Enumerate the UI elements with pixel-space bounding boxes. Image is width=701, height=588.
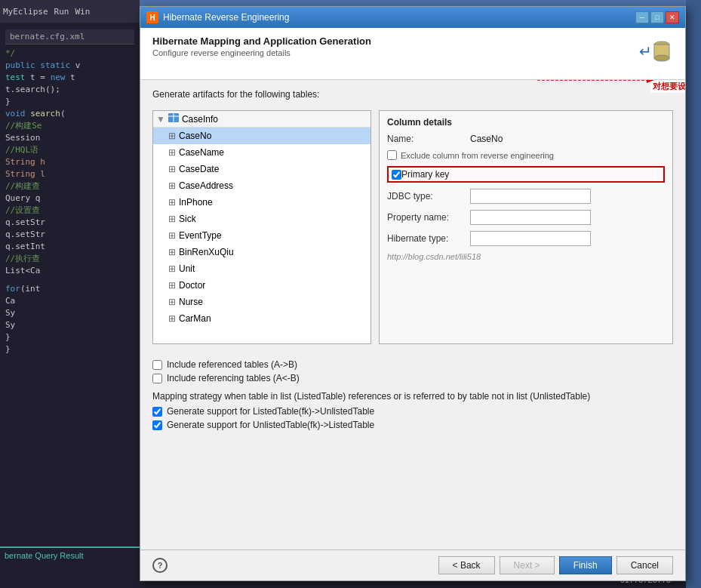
mapping-description: Mapping strategy when table in list (Lis… [152,391,673,402]
list-item[interactable]: ⊞ Doctor [153,277,370,294]
column-details-title: Column details [387,117,665,128]
mapping-option2-label: Generate support for UnlistedTable(fk)->… [167,420,374,430]
include-referenced-checkbox[interactable] [152,360,162,370]
column-icon: ⊞ [168,245,176,259]
code-line: for(int [5,283,134,295]
property-name-input[interactable] [470,210,591,225]
list-item[interactable]: ⊞ InPhone [153,194,370,211]
menu-item-myeclipse[interactable]: MyEclipse [3,7,48,17]
back-button[interactable]: < Back [438,556,495,574]
tree-child-label: CaseName [179,146,224,159]
name-label: Name: [387,134,470,144]
tree-child-label: EventType [179,229,222,242]
column-icon: ⊞ [168,162,176,176]
minimize-button[interactable]: ─ [635,11,649,23]
menu-bar[interactable]: MyEclipse Run Win [0,0,140,23]
code-line: q.setInt [5,241,134,253]
mapping-option2-row[interactable]: Generate support for UnlistedTable(fk)->… [152,420,673,430]
code-line: //执行查 [5,253,134,265]
list-item[interactable]: ⊞ BinRenXuQiu [153,244,370,260]
close-button[interactable]: ✕ [666,11,679,23]
column-icon: ⊞ [168,279,176,292]
help-button[interactable]: ? [152,558,168,573]
maximize-button[interactable]: □ [650,11,664,23]
code-line: //构建Se [5,120,134,132]
column-icon: ⊞ [168,295,176,309]
db-svg-icon: ↵ [635,35,673,73]
editor-tab[interactable]: bernate.cfg.xml [5,29,134,45]
include-referencing-checkbox[interactable] [152,374,162,383]
cancel-button[interactable]: Cancel [616,556,673,574]
menu-item-win[interactable]: Win [75,7,90,17]
exclude-checkbox[interactable] [387,150,397,160]
mapping-option1-checkbox[interactable] [152,407,162,417]
column-details-panel: Column details Name: CaseNo Exclude colu… [379,110,673,344]
watermark-text: http://blog.csdn.net/lili518 [387,252,665,261]
column-icon: ⊞ [168,146,176,159]
svg-point-2 [654,55,669,61]
main-panels: ▼ CaseInfo ⊞ CaseNo [152,110,673,344]
code-line: Sy [5,307,134,319]
code-line: Query q [5,192,134,205]
menu-item-run[interactable]: Run [54,7,69,17]
include-referencing-label: Include referencing tables (A<-B) [167,373,300,383]
code-line: t.search(); [5,84,134,96]
name-row: Name: CaseNo [387,134,665,144]
list-item[interactable]: ⊞ CaseNo [153,128,370,144]
dialog-title: Hibernate Reverse Engineering [163,12,289,23]
code-line: Session [5,132,134,144]
body-label: Generate artifacts for the following tab… [152,89,673,100]
code-editor: MyEclipse Run Win bernate.cfg.xml */ pub… [0,0,140,588]
code-line: //设置查 [5,205,134,217]
include-referenced-row[interactable]: Include referenced tables (A->B) [152,359,673,370]
list-item[interactable]: ⊞ CarMan [153,310,370,327]
code-line: test t = new t [5,72,134,84]
finish-button[interactable]: Finish [559,556,612,574]
mapping-option1-row[interactable]: Generate support for ListedTable(fk)->Un… [152,406,673,417]
tree-child-label: Nurse [179,295,203,309]
primary-key-label: Primary key [401,169,449,180]
list-item[interactable]: ⊞ CaseName [153,144,370,161]
tree-child-label: BinRenXuQiu [179,245,234,259]
window-controls[interactable]: ─ □ ✕ [635,11,679,23]
code-line: q.setStr [5,229,134,241]
code-line: Sy [5,319,134,331]
jdbc-type-input[interactable] [470,189,591,204]
column-icon: ⊞ [168,229,176,242]
next-button[interactable]: Next > [500,556,555,574]
exclude-row[interactable]: Exclude column from reverse engineering [387,150,665,160]
column-icon: ⊞ [168,262,176,276]
list-item[interactable]: ⊞ EventType [153,227,370,244]
tree-root-item[interactable]: ▼ CaseInfo [153,111,370,128]
list-item[interactable]: ⊞ Nurse [153,294,370,310]
table-icon [168,113,179,125]
primary-key-checkbox[interactable] [392,170,401,180]
name-value: CaseNo [470,134,503,144]
list-item[interactable]: ⊞ CaseDate [153,161,370,177]
code-line: public static v [5,60,134,72]
column-icon: ⊞ [168,195,176,209]
tree-root-label: CaseInfo [182,114,218,125]
list-item[interactable]: ⊞ CaseAddress [153,177,370,194]
header-title: Hibernate Mapping and Application Genera… [152,35,371,47]
column-icon: ⊞ [168,129,176,143]
header-subtitle: Configure reverse engineering details [152,48,371,57]
list-item[interactable]: ⊞ Sick [153,211,370,227]
column-icon: ⊞ [168,312,176,325]
right-strip [686,0,701,588]
code-line: q.setStr [5,217,134,229]
mapping-option2-checkbox[interactable] [152,420,162,430]
mapping-section: Mapping strategy when table in list (Lis… [152,391,673,430]
table-tree[interactable]: ▼ CaseInfo ⊞ CaseNo [152,110,371,344]
primary-key-row[interactable]: Primary key [387,166,665,183]
hibernate-type-row: Hibernate type: [387,231,665,246]
code-line: String l [5,168,134,180]
code-line: //HQL语 [5,144,134,156]
property-name-label: Property name: [387,212,470,223]
hibernate-type-input[interactable] [470,231,591,246]
code-line: //构建查 [5,180,134,192]
code-line: void search( [5,108,134,120]
callout-annotation: 对想要设置的的主键进行勾选 [650,80,685,93]
include-referencing-row[interactable]: Include referencing tables (A<-B) [152,373,673,383]
list-item[interactable]: ⊞ Unit [153,260,370,277]
